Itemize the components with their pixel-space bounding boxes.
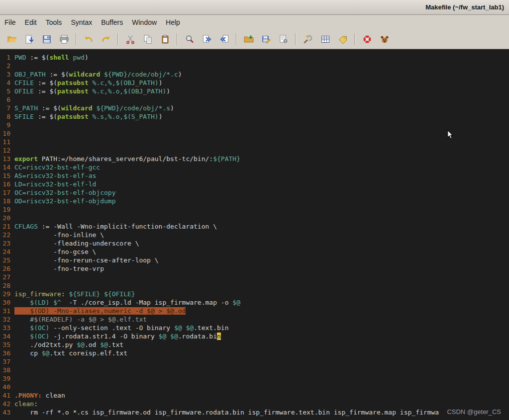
tag-list-button[interactable] [318, 32, 332, 47]
code-segment: patsubst [57, 87, 89, 95]
undo-button[interactable] [81, 32, 96, 47]
open-button[interactable] [4, 32, 19, 47]
code-line[interactable]: 32 #$(READELF) -a $@ > $@.elf.txt [0, 315, 509, 324]
code-line[interactable]: 5OFILE := $(patsubst %.c,%.o,$(OBJ_PATH)… [0, 87, 509, 95]
code-line[interactable]: 28 [0, 281, 509, 290]
cut-button[interactable] [123, 32, 137, 47]
code-text: $(LD) $^ -T ./core_isp.ld -Map isp_firmw… [14, 298, 240, 307]
find-help-button[interactable] [377, 32, 392, 47]
code-line[interactable]: 15AS=riscv32-bst-elf-as [0, 171, 509, 180]
code-line[interactable]: 1PWD := $(shell pwd) [0, 53, 509, 62]
code-segment: %.c,%.o,$(OBJ_PATH) [89, 87, 167, 95]
code-line[interactable]: 19 [0, 205, 509, 214]
help-button[interactable] [360, 32, 374, 47]
line-number: 21 [1, 222, 10, 231]
code-segment: ${PWD}/code/obj/*.s [93, 104, 171, 112]
code-segment [100, 290, 104, 298]
save-button[interactable] [22, 32, 36, 47]
load-session-button[interactable] [241, 32, 256, 47]
code-line[interactable]: 40 [0, 383, 509, 391]
code-line[interactable]: 20 [0, 214, 509, 222]
code-line[interactable]: 2 [0, 62, 509, 70]
code-segment: ) [166, 87, 170, 95]
code-segment: -fno-rerun-cse-after-loop \ [14, 256, 159, 264]
code-line[interactable]: 12 [0, 146, 509, 155]
save-session-button[interactable] [259, 32, 273, 47]
menu-window[interactable]: Window [127, 15, 161, 30]
code-segment [14, 333, 30, 340]
code-line[interactable]: 35 ./od2txt.py $@.od $@.txt [0, 340, 509, 349]
code-line[interactable]: 16LD=riscv32-bst-elf-ld [0, 180, 509, 188]
code-line[interactable]: 7S_PATH := $(wildcard ${PWD}/code/obj/*.… [0, 104, 509, 112]
run-script-button[interactable] [276, 32, 291, 47]
load-session-icon [244, 34, 254, 44]
code-line[interactable]: 37 [0, 357, 509, 366]
find-prev-button[interactable] [217, 32, 231, 47]
code-line[interactable]: 9 [0, 121, 509, 129]
code-line[interactable]: 24 -fno-gcse \ [0, 248, 509, 256]
code-segment: $@ [232, 299, 240, 306]
make-button[interactable] [301, 32, 315, 47]
code-line[interactable]: 22 -fno-inline \ [0, 231, 509, 239]
code-segment: LD=riscv32-bst-elf-ld [14, 180, 96, 188]
redo-button[interactable] [99, 32, 113, 47]
copy-button[interactable] [140, 32, 155, 47]
code-text: OD=riscv32-bst-elf-objdump [14, 197, 116, 205]
save-all-button[interactable] [39, 32, 54, 47]
code-line[interactable]: 31 $(OD) -Mno-aliases,numeric -d $@ > $@… [0, 307, 509, 315]
code-line[interactable]: 23 -fleading-underscore \ [0, 239, 509, 248]
code-line[interactable]: 43 rm -rf *.o *.cs isp_firmware.od isp_f… [0, 408, 509, 417]
menu-help[interactable]: Help [161, 15, 185, 30]
code-segment: $@ [42, 349, 50, 357]
code-line[interactable]: 18OD=riscv32-bst-elf-objdump [0, 197, 509, 205]
titlebar[interactable]: Makefile (~/fw_start_lab1) [0, 0, 509, 15]
code-line[interactable]: 33 $(OC) --only-section .text -O binary … [0, 324, 509, 332]
find-help-icon [380, 34, 390, 44]
code-line[interactable]: 29isp_firmware: ${SFILE} ${OFILE} [0, 290, 509, 298]
menu-tools[interactable]: Tools [41, 15, 67, 30]
code-segment: #$(READELF) -a $@ > $@.elf.txt [14, 316, 147, 323]
code-line[interactable]: 3OBJ_PATH := $(wildcard ${PWD}/code/obj/… [0, 70, 509, 79]
code-segment: .PHONY: [14, 392, 42, 399]
code-segment: ${OFILE} [104, 290, 135, 298]
code-line[interactable]: 39 [0, 374, 509, 383]
line-number: 33 [1, 324, 10, 332]
code-line[interactable]: 25 -fno-rerun-cse-after-loop \ [0, 256, 509, 264]
code-editor[interactable]: 1PWD := $(shell pwd)23OBJ_PATH := $(wild… [0, 50, 509, 420]
code-line[interactable]: 4CFILE := $(patsubst %.c,%,$(OBJ_PATH)) [0, 79, 509, 87]
code-segment: %.s,%.o,$(S_PATH) [89, 113, 159, 120]
code-line[interactable]: 27 [0, 273, 509, 281]
code-segment: : [34, 400, 38, 408]
code-line[interactable]: 8SFILE := $(patsubst %.s,%.o,$(S_PATH)) [0, 112, 509, 121]
code-line[interactable]: 10 [0, 129, 509, 138]
find-next-button[interactable] [200, 32, 214, 47]
code-text: -fno-tree-vrp [14, 264, 104, 273]
code-line[interactable]: 13export PATH:=/home/shares_server6/paul… [0, 155, 509, 163]
menu-file[interactable]: File [0, 15, 20, 30]
print-button[interactable] [57, 32, 71, 47]
menu-syntax[interactable]: Syntax [66, 15, 97, 30]
code-text: OC=riscv32-bst-elf-objcopy [14, 188, 116, 197]
tag-jump-button[interactable] [335, 32, 350, 47]
code-line[interactable]: 42clean: [0, 400, 509, 408]
code-line[interactable]: 26 -fno-tree-vrp [0, 264, 509, 273]
code-line[interactable]: 41.PHONY: clean [0, 391, 509, 400]
menu-buffers[interactable]: Buffers [97, 15, 127, 30]
code-line[interactable]: 38 [0, 366, 509, 374]
paste-button[interactable] [158, 32, 172, 47]
code-line[interactable]: 36 cp $@.txt coreisp.elf.txt [0, 349, 509, 357]
code-segment: -T ./core_isp.ld -Map isp_firmware.map -… [61, 299, 232, 306]
code-line[interactable]: 14CC=riscv32-bst-elf-gcc [0, 163, 509, 171]
tag-list-icon [320, 34, 330, 44]
code-line[interactable]: 17OC=riscv32-bst-elf-objcopy [0, 188, 509, 197]
code-segment: wildcard [69, 71, 101, 78]
line-number: 8 [1, 112, 10, 121]
menu-edit[interactable]: Edit [20, 15, 41, 30]
code-line[interactable]: 21CFLAGS := -Wall -Wno-implicit-function… [0, 222, 509, 231]
code-line[interactable]: 34 $(OC) -j.rodata.str1.4 -O binary $@ $… [0, 332, 509, 340]
code-line[interactable]: 11 [0, 138, 509, 146]
code-line[interactable]: 6 [0, 95, 509, 104]
find-replace-button[interactable] [182, 32, 197, 47]
code-segment: := $( [38, 104, 61, 112]
code-line[interactable]: 30 $(LD) $^ -T ./core_isp.ld -Map isp_fi… [0, 298, 509, 307]
